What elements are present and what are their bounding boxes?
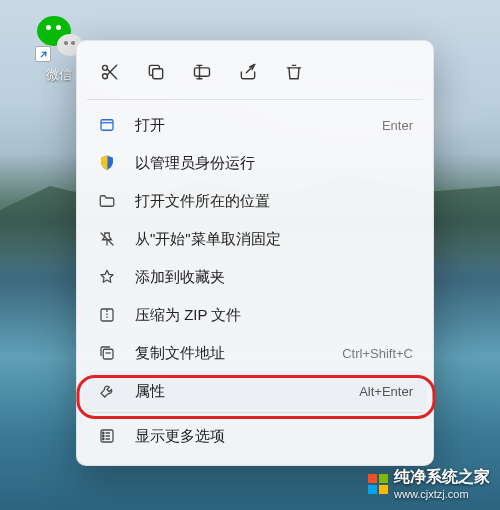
rename-icon (192, 62, 212, 82)
cut-button[interactable] (87, 53, 133, 91)
menu-item-open[interactable]: 打开 Enter (83, 106, 427, 144)
menu-separator (87, 99, 423, 100)
cut-icon (100, 62, 120, 82)
annotation-highlight (76, 375, 436, 419)
rename-button[interactable] (179, 53, 225, 91)
watermark-title: 纯净系统之家 (394, 467, 490, 488)
menu-item-label: 打开文件所在的位置 (135, 192, 413, 211)
delete-button[interactable] (271, 53, 317, 91)
menu-item-shortcut: Ctrl+Shift+C (342, 346, 413, 361)
watermark-text: 纯净系统之家 www.cjxtzj.com (394, 467, 490, 500)
svg-point-8 (103, 432, 105, 434)
copy-path-icon (97, 343, 117, 363)
menu-item-label: 以管理员身份运行 (135, 154, 413, 173)
menu-item-unpin-start[interactable]: 从"开始"菜单取消固定 (83, 220, 427, 258)
folder-icon (97, 191, 117, 211)
svg-rect-6 (103, 349, 113, 359)
unpin-icon (97, 229, 117, 249)
copy-icon (146, 62, 166, 82)
menu-item-label: 从"开始"菜单取消固定 (135, 230, 413, 249)
svg-rect-3 (195, 68, 210, 76)
share-icon (238, 62, 258, 82)
watermark: 纯净系统之家 www.cjxtzj.com (368, 467, 490, 500)
menu-item-label: 压缩为 ZIP 文件 (135, 306, 413, 325)
windows-logo-icon (368, 474, 388, 494)
shortcut-overlay-icon (35, 46, 51, 62)
star-icon (97, 267, 117, 287)
menu-item-add-favorites[interactable]: 添加到收藏夹 (83, 258, 427, 296)
menu-item-show-more[interactable]: 显示更多选项 (83, 417, 427, 455)
menu-item-copy-path[interactable]: 复制文件地址 Ctrl+Shift+C (83, 334, 427, 372)
context-menu-toolbar (83, 49, 427, 97)
open-icon (97, 115, 117, 135)
menu-item-shortcut: Enter (382, 118, 413, 133)
menu-item-label: 复制文件地址 (135, 344, 332, 363)
menu-item-label: 打开 (135, 116, 372, 135)
svg-rect-4 (101, 120, 113, 131)
share-button[interactable] (225, 53, 271, 91)
menu-item-compress-zip[interactable]: 压缩为 ZIP 文件 (83, 296, 427, 334)
watermark-url: www.cjxtzj.com (394, 488, 490, 500)
svg-point-9 (103, 435, 105, 437)
svg-point-10 (103, 438, 105, 440)
shield-icon (97, 153, 117, 173)
menu-item-label: 添加到收藏夹 (135, 268, 413, 287)
menu-item-open-location[interactable]: 打开文件所在的位置 (83, 182, 427, 220)
menu-item-run-as-admin[interactable]: 以管理员身份运行 (83, 144, 427, 182)
delete-icon (284, 62, 304, 82)
svg-rect-2 (153, 69, 163, 79)
zip-icon (97, 305, 117, 325)
menu-item-label: 显示更多选项 (135, 427, 413, 446)
more-icon (97, 426, 117, 446)
copy-button[interactable] (133, 53, 179, 91)
